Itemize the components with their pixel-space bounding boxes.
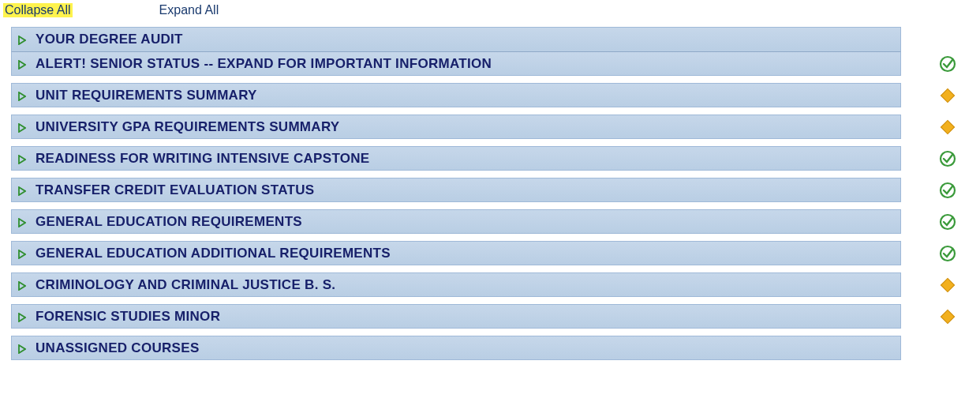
expand-icon [18, 123, 26, 131]
status-cell [936, 209, 959, 234]
audit-row-wrap-0: YOUR DEGREE AUDIT [11, 27, 980, 51]
audit-title: FORENSIC STUDIES MINOR [36, 309, 220, 325]
audit-list: YOUR DEGREE AUDIT ALERT! SENIOR STATUS -… [0, 27, 980, 367]
audit-row[interactable]: UNIVERSITY GPA REQUIREMENTS SUMMARY [11, 115, 901, 139]
audit-row-wrap-10: UNASSIGNED COURSES [11, 336, 980, 367]
audit-row[interactable]: TRANSFER CREDIT EVALUATION STATUS [11, 178, 901, 202]
expand-icon [18, 281, 26, 289]
expand-icon [18, 60, 26, 68]
top-links: Collapse All Expand All [0, 0, 980, 27]
diamond-icon [940, 309, 956, 325]
svg-marker-11 [19, 219, 25, 227]
audit-title: READINESS FOR WRITING INTENSIVE CAPSTONE [36, 151, 370, 167]
audit-title: UNASSIGNED COURSES [36, 340, 200, 356]
audit-title: CRIMINOLOGY AND CRIMINAL JUSTICE B. S. [36, 277, 335, 293]
expand-icon [18, 344, 26, 352]
diamond-icon [940, 277, 956, 293]
svg-marker-13 [19, 250, 25, 258]
diamond-icon [940, 88, 956, 103]
audit-title: YOUR DEGREE AUDIT [36, 32, 183, 47]
svg-rect-18 [941, 310, 955, 323]
audit-row[interactable]: CRIMINOLOGY AND CRIMINAL JUSTICE B. S. [11, 272, 901, 297]
audit-row[interactable]: GENERAL EDUCATION ADDITIONAL REQUIREMENT… [11, 241, 901, 265]
audit-row-wrap-4: READINESS FOR WRITING INTENSIVE CAPSTONE [11, 146, 980, 178]
checkmark-icon [939, 150, 956, 167]
checkmark-icon [939, 182, 956, 199]
expand-icon [18, 155, 26, 163]
audit-row-wrap-6: GENERAL EDUCATION REQUIREMENTS [11, 209, 980, 241]
svg-marker-0 [19, 36, 25, 44]
audit-row-wrap-8: CRIMINOLOGY AND CRIMINAL JUSTICE B. S. [11, 272, 980, 304]
status-cell [936, 304, 959, 329]
expand-icon [18, 218, 26, 226]
svg-point-10 [941, 183, 955, 197]
svg-marker-19 [19, 345, 25, 353]
audit-row[interactable]: FORENSIC STUDIES MINOR [11, 304, 901, 329]
status-cell [936, 51, 959, 76]
status-cell [936, 27, 959, 51]
status-cell [936, 272, 959, 297]
diamond-icon [940, 119, 956, 135]
svg-rect-4 [941, 88, 955, 102]
expand-icon [18, 313, 26, 321]
svg-point-14 [941, 246, 955, 261]
svg-point-12 [941, 215, 955, 229]
expand-icon [18, 250, 26, 257]
audit-row-wrap-7: GENERAL EDUCATION ADDITIONAL REQUIREMENT… [11, 241, 980, 272]
audit-title: UNIT REQUIREMENTS SUMMARY [36, 88, 257, 103]
svg-marker-3 [19, 92, 25, 100]
audit-row[interactable]: UNIT REQUIREMENTS SUMMARY [11, 83, 901, 107]
audit-title: GENERAL EDUCATION ADDITIONAL REQUIREMENT… [36, 246, 391, 261]
status-cell [936, 115, 959, 139]
audit-title: GENERAL EDUCATION REQUIREMENTS [36, 214, 302, 230]
audit-row[interactable]: ALERT! SENIOR STATUS -- EXPAND FOR IMPOR… [11, 51, 901, 76]
audit-row[interactable]: YOUR DEGREE AUDIT [11, 27, 901, 51]
svg-point-2 [941, 57, 955, 71]
svg-marker-17 [19, 314, 25, 321]
audit-row-wrap-3: UNIVERSITY GPA REQUIREMENTS SUMMARY [11, 115, 980, 146]
status-cell [936, 83, 959, 107]
svg-marker-1 [19, 61, 25, 69]
svg-point-8 [941, 152, 955, 166]
status-cell [936, 336, 959, 360]
expand-all-link[interactable]: Expand All [159, 3, 219, 17]
status-cell [936, 146, 959, 171]
svg-rect-6 [941, 120, 955, 133]
svg-marker-15 [19, 282, 25, 290]
svg-marker-9 [19, 187, 25, 195]
svg-rect-16 [941, 278, 955, 291]
status-cell [936, 178, 959, 202]
audit-row-wrap-5: TRANSFER CREDIT EVALUATION STATUS [11, 178, 980, 209]
expand-icon [18, 92, 26, 100]
audit-row[interactable]: UNASSIGNED COURSES [11, 336, 901, 360]
checkmark-icon [939, 213, 956, 231]
checkmark-icon [939, 55, 956, 73]
svg-marker-7 [19, 156, 25, 163]
audit-row-wrap-1: ALERT! SENIOR STATUS -- EXPAND FOR IMPOR… [11, 51, 980, 83]
audit-title: TRANSFER CREDIT EVALUATION STATUS [36, 182, 314, 198]
checkmark-icon [939, 245, 956, 262]
status-cell [936, 241, 959, 265]
audit-title: ALERT! SENIOR STATUS -- EXPAND FOR IMPOR… [36, 56, 492, 72]
collapse-all-link[interactable]: Collapse All [3, 3, 73, 17]
audit-row-wrap-9: FORENSIC STUDIES MINOR [11, 304, 980, 336]
audit-title: UNIVERSITY GPA REQUIREMENTS SUMMARY [36, 119, 339, 135]
expand-icon [18, 186, 26, 194]
audit-row[interactable]: READINESS FOR WRITING INTENSIVE CAPSTONE [11, 146, 901, 171]
audit-row-wrap-2: UNIT REQUIREMENTS SUMMARY [11, 83, 980, 115]
audit-row[interactable]: GENERAL EDUCATION REQUIREMENTS [11, 209, 901, 234]
svg-marker-5 [19, 124, 25, 132]
expand-icon [18, 36, 26, 43]
